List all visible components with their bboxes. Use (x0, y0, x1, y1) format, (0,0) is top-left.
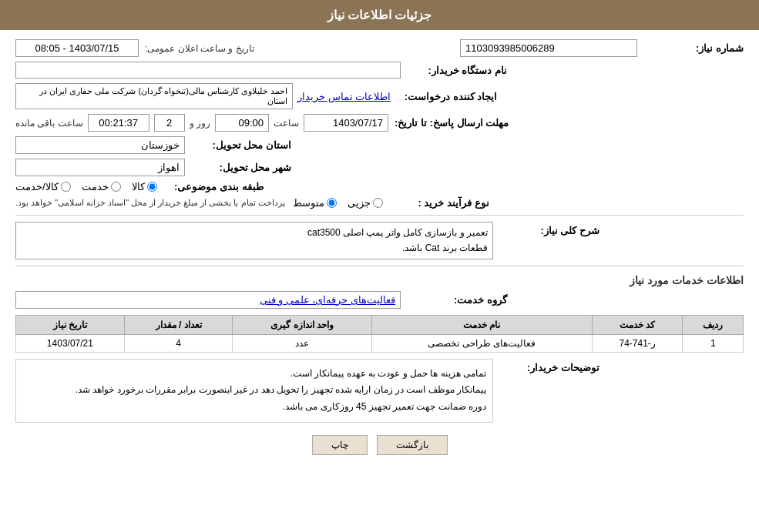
deadline-time: 09:00 (215, 114, 269, 132)
row-sharhkolli: شرح کلی نیاز: تعمیر و بازسازی کامل واتر … (15, 222, 744, 259)
cell-radif: 1 (683, 334, 744, 352)
value-shomareNiaz: 1103093985006289 (460, 39, 637, 57)
col-tarikh: تاریخ نیاز (16, 315, 125, 334)
print-button[interactable]: چاپ (312, 435, 368, 455)
deadline-date: 1403/07/17 (304, 114, 388, 132)
value-gorohkhadamat: فعالیت‌های حرفه‌ای، علمی و فنی (15, 291, 401, 309)
radio-jozyi-input[interactable] (373, 198, 383, 208)
label-gorohkhadamat: گروه خدمت: (407, 294, 507, 306)
label-ijadkonande: ایجاد کننده درخواست: (397, 91, 497, 102)
label-deadline: مهلت ارسال پاسخ: تا تاریخ: (395, 117, 509, 129)
radio-kala-khadamat-input[interactable] (61, 182, 71, 192)
label-roz: روز و (190, 118, 210, 129)
label-noefarayand: نوع فرآیند خرید : (389, 197, 489, 209)
row-shahr: شهر محل تحویل: اهواز (15, 159, 744, 176)
radio-mottavset-input[interactable] (327, 198, 337, 208)
row-ijadkonande: ایجاد کننده درخواست: اطلاعات تماس خریدار… (15, 83, 744, 109)
noefarayand-note: پرداخت تمام یا بخشی از مبلغ خریدار از مح… (15, 198, 285, 208)
radio-khadamat-label: خدمت (82, 181, 109, 192)
row-shomareNiaz: شماره نیاز: 1103093985006289 تاریخ و ساع… (15, 39, 744, 57)
contact-info-link[interactable]: اطلاعات تماس خریدار (297, 91, 391, 102)
page-title: جزئیات اطلاعات نیاز (327, 8, 432, 22)
label-namdastgah: نام دستگاه خریدار: (407, 65, 507, 76)
table-row: 1 ر-741-74 فعالیت‌های طراحی تخصصی عدد 4 … (16, 334, 744, 352)
radio-kala: کالا (132, 181, 157, 192)
label-sharhkolli: شرح کلی نیاز: (499, 225, 599, 236)
label-shomareNiaz: شماره نیاز: (643, 42, 744, 54)
khadamat-table: ردیف کد خدمت نام خدمت واحد اندازه گیری ت… (15, 315, 744, 353)
row-noefarayand: نوع فرآیند خرید : جزیی متوسط پرداخت تمام… (15, 197, 744, 209)
main-content: شماره نیاز: 1103093985006289 تاریخ و ساع… (0, 30, 759, 472)
value-sharhkolli: تعمیر و بازسازی کامل واتر پمپ اصلی cat35… (15, 222, 493, 259)
col-tedad: تعداد / مقدار (124, 315, 233, 334)
radio-mottavset-label: متوسط (293, 197, 324, 209)
col-namkhadamat: نام خدمت (371, 315, 592, 334)
row-toozihat: توضیحات خریدار: تمامی هزینه ها حمل و عود… (15, 359, 744, 423)
radio-jozyi: جزیی (348, 197, 383, 209)
back-button[interactable]: بازگشت (377, 435, 448, 455)
label-shahr: شهر محل تحویل: (191, 162, 291, 173)
deadline-remaining: 00:21:37 (88, 114, 149, 132)
label-toozihat: توضیحات خریدار: (499, 362, 599, 373)
cell-tedad: 4 (124, 334, 233, 352)
row-deadline: مهلت ارسال پاسخ: تا تاریخ: 1403/07/17 سا… (15, 114, 744, 132)
radio-kala-input[interactable] (147, 182, 157, 192)
radio-kala-khadamat-label: کالا/خدمت (15, 181, 59, 192)
value-shahr: اهواز (15, 159, 185, 176)
col-kodkhadamat: کد خدمت (592, 315, 683, 334)
page-header: جزئیات اطلاعات نیاز (0, 0, 759, 30)
cell-tarikh: 1403/07/21 (16, 334, 125, 352)
label-tarikhaelaan: تاریخ و ساعت اعلان عمومی: (145, 43, 254, 54)
radio-kala-khadamat: کالا/خدمت (15, 181, 71, 192)
cell-namkhadamat: فعالیت‌های طراحی تخصصی (371, 334, 592, 352)
radio-khadamat: خدمت (82, 181, 121, 192)
value-ostan: خوزستان (15, 136, 185, 154)
label-saat: ساعت (274, 118, 299, 129)
noefarayand-radio-group: جزیی متوسط (293, 197, 383, 209)
page-container: جزئیات اطلاعات نیاز شماره نیاز: 11030939… (0, 0, 759, 532)
row-namdastgah: نام دستگاه خریدار: (15, 62, 744, 79)
value-ijadkonande: احمد خلیلاوی کارشناس مالی(تنخواه گردان) … (15, 83, 293, 109)
radio-kala-label: کالا (132, 181, 145, 192)
cell-kodkhadamat: ر-741-74 (592, 334, 683, 352)
divider-1 (15, 215, 744, 216)
col-radif: ردیف (683, 315, 744, 334)
label-saat-mande: ساعت باقی مانده (15, 118, 83, 129)
row-ostan: استان محل تحویل: خوزستان (15, 136, 744, 154)
value-toozihat: تمامی هزینه ها حمل و عودت به عهده پیمانک… (15, 359, 493, 423)
section-khadamat: اطلاعات خدمات مورد نیاز (15, 274, 744, 286)
row-gorohkhadamat: گروه خدمت: فعالیت‌های حرفه‌ای، علمی و فن… (15, 291, 744, 309)
cell-vahed: عدد (233, 334, 371, 352)
radio-khadamat-input[interactable] (111, 182, 121, 192)
gorohkhadamat-link[interactable]: فعالیت‌های حرفه‌ای، علمی و فنی (260, 294, 395, 306)
radio-jozyi-label: جزیی (348, 197, 371, 209)
footer-buttons: بازگشت چاپ (15, 435, 744, 455)
label-ostan: استان محل تحویل: (191, 139, 291, 151)
deadline-days: 2 (154, 114, 185, 132)
col-vahed: واحد اندازه گیری (233, 315, 371, 334)
label-tabaqe: طبقه بندی موضوعی: (163, 181, 264, 192)
value-namdastgah (15, 62, 401, 79)
value-tarikhaelaan: 1403/07/15 - 08:05 (15, 39, 139, 57)
tabaqe-radio-group: کالا خدمت کالا/خدمت (15, 181, 157, 192)
row-tabaqe: طبقه بندی موضوعی: کالا خدمت کالا/خدمت (15, 181, 744, 192)
divider-2 (15, 266, 744, 266)
radio-mottavset: متوسط (293, 197, 337, 209)
